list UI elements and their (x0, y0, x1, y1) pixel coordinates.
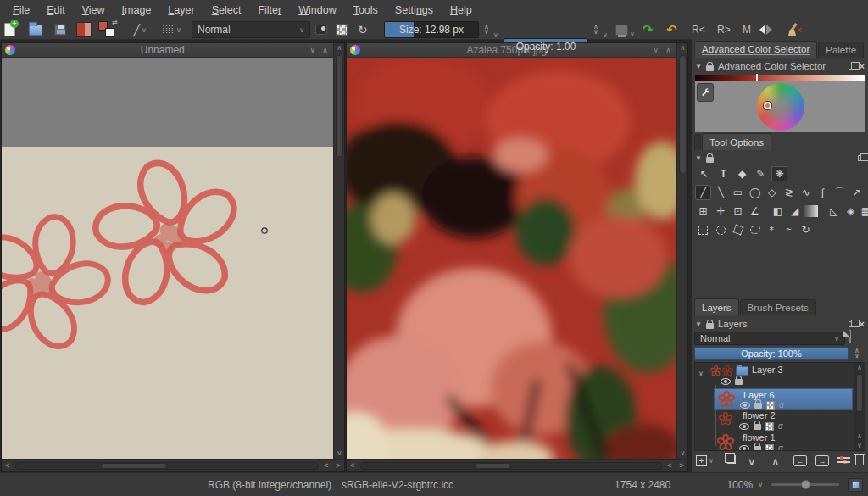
layer-properties-button[interactable] (837, 455, 850, 465)
layer-filter-button[interactable] (849, 331, 851, 343)
menu-filter[interactable]: Filter (250, 2, 289, 19)
redo-button[interactable]: ↷ (643, 21, 654, 38)
window-minimize-icon[interactable]: ∨ (654, 46, 659, 54)
window-restore-icon[interactable]: ∧ (665, 46, 671, 54)
flower-sketch-canvas[interactable] (2, 147, 333, 459)
menu-image[interactable]: Image (114, 2, 159, 19)
freehand-brush-tool[interactable]: ╱ (695, 185, 711, 200)
float-docker-icon[interactable] (849, 321, 855, 327)
layer-blend-mode-dropdown[interactable]: Normal∨ (694, 332, 845, 345)
inherit-alpha-icon[interactable]: α (778, 421, 783, 431)
collapse-triangle-icon[interactable]: ▼ (695, 63, 702, 70)
preserve-alpha-button[interactable] (336, 21, 348, 38)
layer-lock-icon[interactable] (754, 403, 762, 409)
visibility-eye-icon[interactable] (740, 402, 750, 409)
menu-view[interactable]: View (75, 2, 113, 19)
transform-tool[interactable]: ⊡ (730, 203, 746, 219)
visibility-eye-icon[interactable] (739, 423, 749, 430)
ellipse-tool[interactable]: ◯ (747, 185, 763, 200)
shape-select-tool[interactable]: ↖ (696, 166, 712, 181)
scroll-right-icon[interactable]: > (676, 461, 687, 470)
rotate-canvas-right-button[interactable]: R> (717, 21, 731, 38)
lock-docker-icon[interactable] (706, 157, 714, 163)
preset-options-button[interactable]: ∨ (615, 21, 635, 38)
inherit-alpha-icon[interactable]: α (779, 400, 784, 410)
visibility-eye-icon[interactable] (721, 378, 731, 385)
rectangle-tool[interactable]: ▭ (730, 185, 746, 200)
gradient-chooser-button[interactable] (76, 21, 92, 38)
tab-advanced-color-selector[interactable]: Advanced Color Selector (694, 41, 817, 58)
move-layer-up-button[interactable]: ∧ (771, 455, 780, 468)
color-picker-tool[interactable]: ◢ (787, 203, 803, 219)
layer-row-layer3[interactable]: ∨ Layer 3 (695, 365, 853, 387)
similar-color-select-tool[interactable]: ≈ (781, 222, 797, 237)
blend-mode-dropdown[interactable]: Normal∨ (192, 21, 310, 38)
save-button[interactable] (54, 21, 66, 38)
move-layer-right-button[interactable]: → (815, 455, 829, 466)
size-chevron-icon[interactable]: ∨ (493, 26, 498, 43)
move-layer-left-button[interactable]: ← (793, 455, 807, 466)
unnamed-vertical-scrollbar[interactable]: ∧ ∨ (333, 43, 344, 459)
layer-row-flower1[interactable]: flower 1 α (714, 432, 853, 451)
mirror-canvas-button[interactable] (760, 21, 772, 38)
menu-help[interactable]: Help (442, 2, 480, 19)
alpha-lock-icon[interactable] (765, 422, 774, 431)
brush-size-field[interactable]: Size: 12.98 px (384, 21, 479, 38)
fill-tool[interactable]: ◧ (770, 203, 786, 219)
menu-settings[interactable]: Settings (387, 2, 441, 19)
scroll-left2-icon[interactable]: < (320, 461, 332, 470)
lock-docker-icon[interactable] (706, 65, 714, 71)
pattern-edit-tool[interactable]: ❋ (771, 166, 787, 181)
alpha-lock-icon[interactable] (765, 444, 774, 452)
group-expander-icon[interactable]: ∨ (698, 370, 704, 377)
tab-stub[interactable] (694, 134, 701, 150)
calligraphy-tool[interactable]: ✎ (753, 166, 769, 181)
float-docker-icon[interactable] (858, 155, 865, 161)
duplicate-layer-button[interactable] (724, 455, 736, 464)
scroll-left2-icon[interactable]: < (664, 461, 676, 470)
scroll-left-icon[interactable]: < (2, 461, 14, 470)
zoom-chevron-icon[interactable]: ∨ (758, 481, 763, 488)
multibrush-tool[interactable]: ↗ (849, 185, 865, 200)
rect-select-tool[interactable] (695, 222, 711, 237)
zoom-slider-thumb[interactable] (801, 480, 810, 489)
tab-layers[interactable]: Layers (694, 298, 739, 315)
move-tool[interactable]: ✛ (713, 203, 729, 219)
float-docker-icon[interactable] (849, 64, 855, 70)
reset-display-button[interactable]: × (787, 21, 800, 38)
lock-docker-icon[interactable] (706, 323, 714, 329)
artistic-text-tool[interactable]: ◆ (734, 166, 750, 181)
delete-layer-button[interactable] (855, 455, 864, 465)
tab-palette[interactable]: Palette (818, 42, 864, 58)
fg-bg-color-button[interactable]: ⇄ (98, 21, 117, 38)
azalea-canvas-viewport[interactable] (347, 58, 676, 459)
open-document-button[interactable] (29, 21, 42, 38)
layer-row-flower2[interactable]: flower 2 α (714, 410, 853, 432)
crop-tool[interactable]: ⊞ (695, 203, 711, 219)
brush-size-spinner[interactable]: ∧∨ (484, 21, 489, 38)
close-docker-icon[interactable]: × (860, 320, 865, 328)
ellipse-select-tool[interactable] (713, 222, 729, 237)
freehand-select-tool[interactable] (747, 222, 763, 237)
zoom-level-value[interactable]: 100% (726, 479, 753, 491)
layer-lock-icon[interactable] (735, 379, 743, 385)
freehand-path-tool[interactable]: ⌒ (832, 185, 848, 200)
tab-tool-options[interactable]: Tool Options (702, 133, 771, 150)
zoom-slider[interactable] (771, 483, 839, 486)
line-tool[interactable]: ╲ (713, 185, 729, 200)
unnamed-canvas-viewport[interactable] (2, 58, 333, 459)
layer-lock-icon[interactable] (754, 424, 761, 430)
scroll-right-icon[interactable]: > (332, 461, 344, 470)
layer-row-layer6-selected[interactable]: Layer 6 α (714, 388, 853, 410)
grid-tool[interactable]: ▦ (858, 203, 868, 219)
undo-button[interactable]: ↶ (666, 21, 677, 38)
unnamed-horizontal-scrollbar[interactable]: < < > (2, 459, 344, 471)
visibility-eye-icon[interactable] (739, 445, 749, 452)
text-tool[interactable]: T (715, 166, 732, 181)
window-minimize-icon[interactable]: ∨ (310, 46, 316, 54)
scroll-left-icon[interactable]: < (347, 461, 359, 470)
layer-opacity-spinner[interactable]: ∧∨ (854, 347, 860, 360)
layer-list-scrollbar[interactable]: ∧ ∧ ∨ (854, 363, 865, 450)
inherit-alpha-icon[interactable]: α (778, 443, 783, 451)
assistants-tool[interactable]: ◺ (826, 203, 842, 219)
